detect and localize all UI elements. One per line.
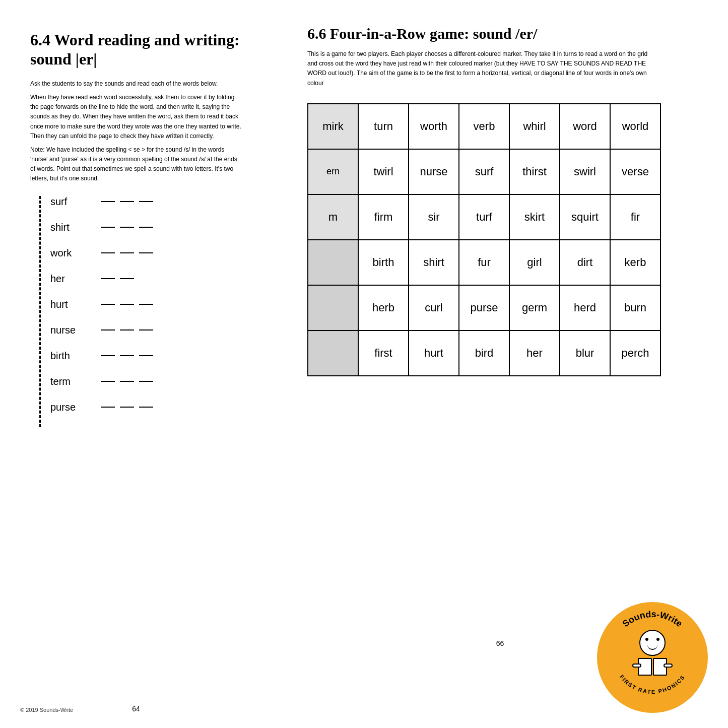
table-cell	[308, 240, 358, 285]
table-row: mfirmsirturfskirtsquirtfir	[308, 194, 660, 240]
table-cell: herd	[560, 285, 610, 330]
blank-line	[120, 304, 134, 305]
table-cell: m	[308, 194, 358, 240]
table-row: birthshirtfurgirldirtkerb	[308, 240, 660, 285]
blank-line	[101, 304, 115, 305]
blank-line	[101, 278, 115, 279]
table-cell: fir	[610, 194, 660, 240]
word-label: purse	[45, 402, 86, 413]
blank-line	[101, 329, 115, 330]
word-row: nurse	[45, 324, 252, 336]
blank-lines	[101, 278, 134, 279]
dashed-line	[39, 196, 41, 427]
word-row: work	[45, 247, 252, 259]
blank-line	[101, 355, 115, 356]
table-cell: dirt	[560, 240, 610, 285]
instruction-p2: When they have read each word successful…	[30, 93, 242, 141]
blank-line	[120, 252, 134, 253]
word-label: birth	[45, 350, 86, 362]
blank-line	[120, 201, 134, 202]
blank-lines	[101, 304, 153, 305]
table-cell: worth	[409, 104, 459, 149]
table-cell: germ	[509, 285, 560, 330]
table-cell: verb	[459, 104, 509, 149]
table-cell: bird	[459, 330, 509, 376]
game-grid: mirkturnworthverbwhirlwordworlderntwirln…	[307, 103, 661, 376]
word-row: shirt	[45, 222, 252, 233]
table-row: herbcurlpursegermherdburn	[308, 285, 660, 330]
blank-line	[101, 201, 115, 202]
table-cell: world	[610, 104, 660, 149]
table-cell: ern	[308, 149, 358, 194]
word-label: work	[45, 247, 86, 259]
table-cell: swirl	[560, 149, 610, 194]
table-cell: whirl	[509, 104, 560, 149]
table-cell: shirt	[409, 240, 459, 285]
blank-lines	[101, 227, 153, 228]
table-cell: twirl	[358, 149, 409, 194]
blank-lines	[101, 201, 153, 202]
word-list-section: surfshirtworkherhurtnursebirthtermpurse	[30, 196, 252, 427]
table-cell: kerb	[610, 240, 660, 285]
table-cell: first	[358, 330, 409, 376]
table-cell: thirst	[509, 149, 560, 194]
table-cell: verse	[610, 149, 660, 194]
blank-line	[139, 201, 153, 202]
blank-line	[139, 355, 153, 356]
table-cell: curl	[409, 285, 459, 330]
table-cell: perch	[610, 330, 660, 376]
table-cell	[308, 330, 358, 376]
word-row: surf	[45, 196, 252, 208]
blank-line	[101, 227, 115, 228]
word-label: term	[45, 376, 86, 387]
word-row: hurt	[45, 299, 252, 310]
blank-line	[101, 381, 115, 382]
blank-lines	[101, 252, 153, 253]
blank-line	[120, 227, 134, 228]
table-cell: skirt	[509, 194, 560, 240]
blank-line	[139, 252, 153, 253]
table-cell: her	[509, 330, 560, 376]
right-description: This is a game for two players. Each pla…	[307, 49, 650, 88]
word-label: her	[45, 273, 86, 285]
word-label: shirt	[45, 222, 86, 233]
table-row: firsthurtbirdherblurperch	[308, 330, 660, 376]
blank-line	[101, 252, 115, 253]
right-page: 6.6 Four-in-a-Row game: sound /er/ This …	[272, 0, 728, 728]
table-cell: squirt	[560, 194, 610, 240]
word-row: purse	[45, 402, 252, 413]
table-cell: turf	[459, 194, 509, 240]
table-cell: turn	[358, 104, 409, 149]
table-cell	[308, 285, 358, 330]
table-cell: fur	[459, 240, 509, 285]
blank-lines	[101, 381, 153, 382]
copyright: © 2019 Sounds-Write	[20, 707, 73, 713]
blank-line	[139, 227, 153, 228]
left-page-number: 64	[132, 705, 140, 713]
table-cell: hurt	[409, 330, 459, 376]
blank-lines	[101, 355, 153, 356]
table-cell: birth	[358, 240, 409, 285]
table-cell: word	[560, 104, 610, 149]
word-row: her	[45, 273, 252, 285]
right-page-number: 66	[496, 639, 504, 647]
blank-line	[101, 407, 115, 408]
sounds-write-badge: Sounds-Write FIRST RATE PHONICS	[597, 602, 708, 713]
word-label: surf	[45, 196, 86, 208]
blank-line	[120, 381, 134, 382]
left-page-title: 6.4 Word reading and writing: sound |er|	[30, 30, 252, 69]
blank-line	[120, 355, 134, 356]
table-cell: burn	[610, 285, 660, 330]
right-page-title: 6.6 Four-in-a-Row game: sound /er/	[307, 25, 698, 42]
left-page: 6.4 Word reading and writing: sound |er|…	[0, 0, 272, 728]
table-cell: herb	[358, 285, 409, 330]
svg-text:Sounds-Write: Sounds-Write	[621, 609, 685, 629]
left-instructions: Ask the students to say the sounds and r…	[30, 79, 242, 184]
blank-line	[120, 329, 134, 330]
table-cell: firm	[358, 194, 409, 240]
table-cell: surf	[459, 149, 509, 194]
word-row: term	[45, 376, 252, 387]
blank-lines	[101, 407, 153, 408]
page-container: 6.4 Word reading and writing: sound |er|…	[0, 0, 728, 728]
instruction-p1: Ask the students to say the sounds and r…	[30, 79, 242, 89]
